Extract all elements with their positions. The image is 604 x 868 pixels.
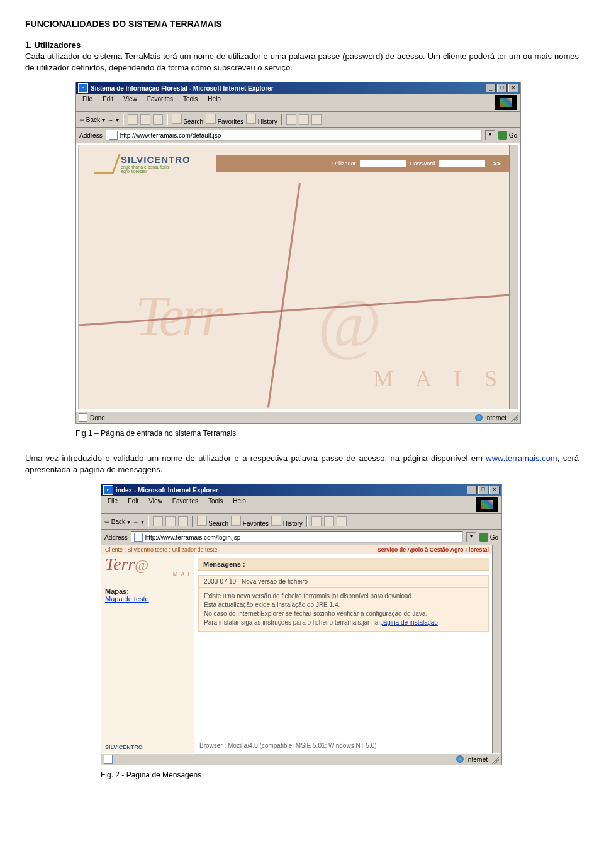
mail-icon[interactable] [286,114,296,125]
close-button[interactable]: × [508,84,518,92]
home-icon[interactable] [178,516,188,526]
paragraph-2: Uma vez introduzido e validado um nome d… [25,453,579,475]
password-label: Password [410,160,435,167]
menu-help[interactable]: Help [205,95,223,110]
forward-button[interactable]: → ▾ [133,518,144,525]
minimize-button[interactable]: _ [486,84,496,92]
close-button[interactable]: × [489,486,500,494]
page-title: FUNCIONALIDADES DO SISTEMA TERRAMAIS [25,19,579,29]
client-line: Cliente : Silvicentro teste : Utilizador… [105,547,378,553]
message-item: 2003-07-10 - Nova versão de ficheiro Exi… [198,575,489,632]
menu-edit[interactable]: Edit [100,95,116,110]
stop-icon[interactable] [128,114,138,125]
search-button[interactable]: Search [197,516,228,527]
menu-file[interactable]: File [105,497,120,512]
address-input[interactable]: http://www.terramais.com/default.jsp [106,130,482,141]
menu-view[interactable]: View [146,497,165,512]
menubar: File Edit View Favorites Tools Help [76,94,520,112]
menu-tools[interactable]: Tools [181,95,200,110]
history-icon [246,114,256,124]
maximize-button[interactable]: □ [478,486,488,494]
forward-button[interactable]: → ▾ [108,116,119,123]
address-input[interactable]: http://www.terramais.com/login.jsp [131,531,463,543]
window-title: index - Microsoft Internet Explorer [116,487,467,494]
install-link[interactable]: página de instalação [380,619,438,626]
window-titlebar: e Sistema de Informação Florestal - Micr… [76,82,520,94]
globe-icon [456,755,464,763]
address-dropdown[interactable]: ▾ [466,532,476,542]
mapa-link[interactable]: Mapa de teste [105,595,149,603]
back-button[interactable]: ⇦ Back ▾ [104,518,130,525]
history-button[interactable]: History [271,516,303,527]
page-icon [79,413,87,422]
addressbar: Address http://www.terramais.com/default… [76,128,520,143]
mail-icon[interactable] [311,516,322,526]
maximize-button[interactable]: □ [497,84,507,92]
login-page-body: SILVICENTRO engenharia e consultoria agr… [78,145,518,409]
brand-name: SILVICENTRO [121,154,191,165]
edit-icon[interactable] [311,114,322,125]
logo-at: @ [135,557,148,573]
home-icon[interactable] [153,114,163,125]
favorites-button[interactable]: Favorites [206,114,243,125]
status-text: Done [90,415,105,421]
menubar: File Edit View Favorites Tools Help [101,496,501,514]
stop-icon[interactable] [153,516,163,526]
go-button[interactable]: Go [498,131,517,140]
toolbar: ⇦ Back ▾ → ▾ Search Favorites History [76,112,520,128]
ie-icon: e [103,485,113,495]
page-icon [109,131,118,140]
intro-paragraph: Cada utilizador do sistema TerraMais ter… [25,51,579,73]
terramais-link[interactable]: www.terramais.com [486,453,557,463]
menu-tools[interactable]: Tools [206,497,225,512]
search-icon [172,114,182,124]
search-button[interactable]: Search [172,114,203,125]
go-button[interactable]: Go [479,533,498,542]
message-title: 2003-07-10 - Nova versão de ficheiro [199,576,488,588]
window-title: Sistema de Informação Florestal - Micros… [91,85,486,92]
refresh-icon[interactable] [165,516,176,526]
print-icon[interactable] [324,516,334,526]
search-icon [197,516,207,526]
windows-logo-icon [495,95,517,110]
password-input[interactable] [439,160,485,167]
address-dropdown[interactable]: ▾ [485,130,495,140]
refresh-icon[interactable] [140,114,150,125]
history-icon [271,516,281,526]
silvicentro-small: SILVICENTRO [105,744,143,750]
login-submit[interactable]: >> [489,160,505,167]
edit-icon[interactable] [337,516,347,526]
menu-help[interactable]: Help [230,497,249,512]
back-button[interactable]: ⇦ Back ▾ [79,116,105,123]
scrollbar[interactable] [509,145,518,409]
menu-file[interactable]: File [80,95,95,110]
para2-text-a: Uma vez introduzido e validado um nome d… [25,453,486,463]
resize-grip[interactable] [490,755,499,764]
user-input[interactable] [360,160,406,167]
menu-favorites[interactable]: Favorites [145,95,176,110]
menu-favorites[interactable]: Favorites [170,497,201,512]
messages-page-body: Cliente : Silvicentro teste : Utilizador… [101,545,501,753]
msg-line-4: Para instalar siga as instruções para o … [204,618,483,627]
user-label: Utilizador [332,160,356,167]
windows-logo-icon [476,497,498,512]
history-button[interactable]: History [246,114,277,125]
login-bar: Utilizador Password >> [216,155,511,172]
page-icon [104,755,113,764]
print-icon[interactable] [299,114,309,125]
scrollbar[interactable] [492,545,501,753]
ie-icon: e [78,83,88,93]
menu-view[interactable]: View [121,95,140,110]
screenshot-login: e Sistema de Informação Florestal - Micr… [76,82,521,424]
go-icon [479,533,488,542]
minimize-button[interactable]: _ [467,486,477,494]
statusbar: Internet [101,753,501,765]
browser-line: Browser : Mozilla/4.0 (compatible; MSIE … [199,742,377,749]
logo-mark-icon [94,154,120,174]
resize-grip[interactable] [509,413,518,422]
address-label: Address [79,132,103,139]
favorites-button[interactable]: Favorites [231,516,269,527]
main-column: Mensagens : 2003-07-10 - Nova versão de … [194,554,493,753]
sidebar: Terr@ MAIS Mapas: Mapa de teste SILVICEN… [101,554,202,753]
menu-edit[interactable]: Edit [125,497,141,512]
